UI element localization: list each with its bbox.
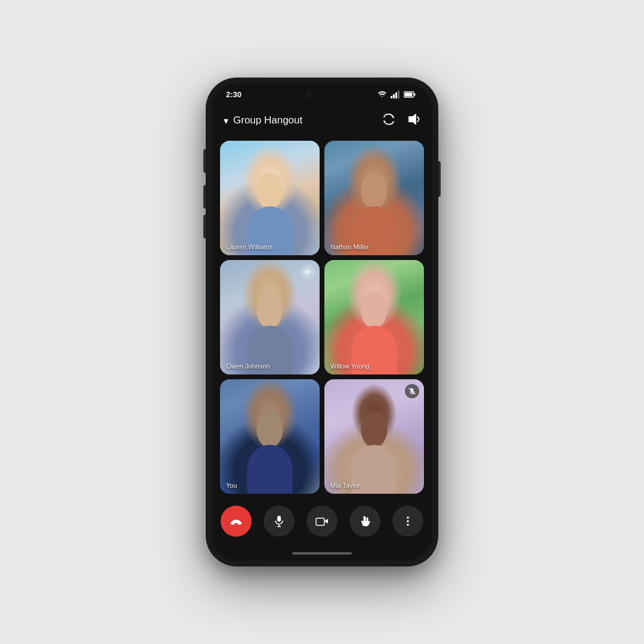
raise-hand-icon: [359, 515, 371, 527]
end-call-button[interactable]: [221, 506, 252, 537]
participant-name: Willow Young: [330, 363, 369, 370]
flip-camera-icon[interactable]: [382, 113, 395, 129]
end-call-icon: [230, 515, 243, 528]
camera-notch: [306, 91, 313, 98]
wifi-icon: [377, 91, 387, 98]
home-indicator: [212, 546, 432, 561]
svg-rect-1: [393, 94, 395, 98]
call-header-icons: [382, 113, 420, 129]
camera-button[interactable]: [306, 506, 338, 537]
svg-marker-17: [324, 519, 328, 524]
phone-device: 2:30: [206, 78, 438, 566]
video-tile[interactable]: Willow Young: [324, 260, 424, 374]
svg-rect-3: [398, 91, 400, 98]
svg-rect-9: [307, 269, 308, 275]
svg-rect-6: [405, 92, 413, 96]
call-title-row: ▾ Group Hangout: [224, 114, 302, 126]
svg-rect-8: [305, 270, 306, 274]
more-options-button[interactable]: [392, 506, 423, 537]
home-bar: [292, 552, 352, 555]
muted-icon: [408, 388, 416, 395]
raise-hand-button[interactable]: [349, 506, 380, 537]
person-silhouette: [235, 397, 305, 494]
participant-name: Nathan Miller: [330, 243, 369, 250]
battery-icon: [404, 91, 416, 98]
svg-point-19: [407, 520, 409, 522]
chevron-down-icon[interactable]: ▾: [224, 115, 228, 126]
status-bar: 2:30: [212, 83, 432, 105]
status-icons: [377, 91, 416, 98]
svg-rect-13: [277, 516, 281, 522]
muted-badge: [405, 384, 419, 398]
speaking-badge: [301, 265, 315, 279]
svg-rect-5: [414, 93, 416, 95]
video-tile[interactable]: Owen Johnson: [220, 260, 320, 374]
participant-name: Owen Johnson: [226, 363, 270, 370]
speaking-icon: [304, 268, 311, 275]
video-grid: Lauren Williams Nathan Miller: [212, 136, 432, 499]
svg-point-18: [407, 516, 409, 519]
camera-icon: [315, 516, 329, 527]
video-tile[interactable]: Nathan Miller: [324, 141, 424, 255]
person-silhouette: [235, 277, 305, 374]
participant-name: Mia Taylor: [330, 482, 360, 489]
person-silhouette: [339, 397, 409, 494]
microphone-icon: [273, 515, 285, 527]
video-tile[interactable]: You: [220, 379, 320, 494]
video-tile[interactable]: Lauren Williams: [220, 141, 320, 255]
speaker-icon[interactable]: [407, 113, 420, 129]
participant-name: Lauren Williams: [226, 243, 273, 250]
call-header: ▾ Group Hangout: [212, 105, 432, 136]
person-silhouette: [339, 158, 409, 255]
svg-rect-16: [316, 518, 324, 525]
signal-icon: [391, 91, 400, 98]
svg-rect-0: [391, 96, 392, 98]
more-options-icon: [402, 515, 414, 527]
svg-marker-7: [409, 114, 416, 124]
call-title: Group Hangout: [233, 114, 302, 126]
svg-rect-2: [395, 92, 397, 98]
phone-screen: 2:30: [212, 83, 432, 561]
video-tile[interactable]: Mia Taylor: [324, 379, 424, 494]
svg-point-20: [407, 524, 409, 526]
mute-button[interactable]: [264, 506, 295, 537]
person-silhouette: [235, 158, 305, 255]
person-silhouette: [339, 277, 409, 374]
status-time: 2:30: [226, 90, 242, 99]
svg-rect-10: [309, 271, 311, 273]
call-controls: [212, 499, 432, 546]
participant-name: You: [226, 482, 237, 489]
